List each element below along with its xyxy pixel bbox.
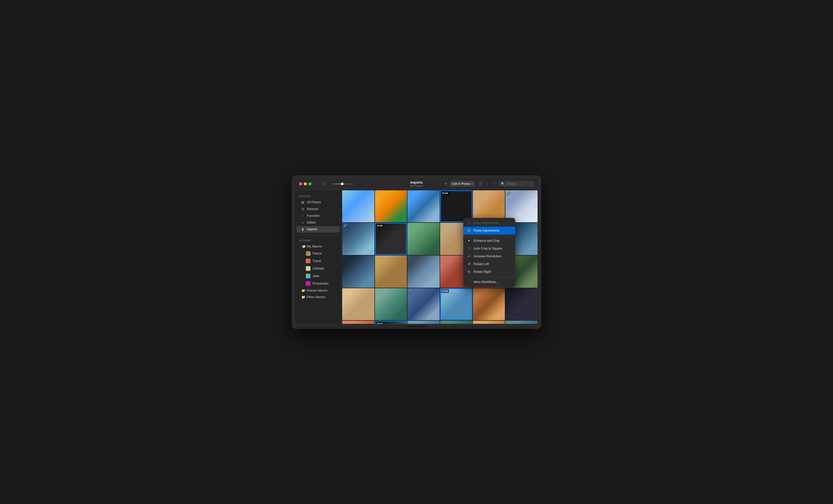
sidebar-all-photos-label: All Photos [307, 200, 321, 204]
back-button[interactable]: ‹ [316, 180, 319, 187]
photo-cell-30[interactable] [505, 321, 538, 324]
fullscreen-button[interactable] [308, 182, 312, 185]
edit-photos-button[interactable]: Edit 4 Photos ▾ [450, 181, 475, 187]
resolution-icon: ⤢ [467, 254, 471, 258]
lifestyle-label: Lifestyle [313, 267, 324, 270]
auto-crop-label: Auto Crop to Square [474, 247, 502, 250]
favorite-button[interactable]: ♡ [491, 181, 497, 187]
photo-cell-29[interactable] [473, 321, 505, 324]
photomator-album-thumb [306, 281, 310, 286]
photo-cell-4[interactable]: RAW [440, 190, 472, 223]
photo-cell-14[interactable] [375, 255, 407, 288]
subtitle-text: 40 Photos [410, 184, 423, 187]
chevron-right-icon-2: › [300, 296, 300, 298]
photo-cell-3[interactable] [407, 190, 439, 223]
zoom-plus-button[interactable]: + [351, 182, 353, 186]
auto-crop-icon: ⬚ [467, 246, 471, 251]
paste-adjustments-item[interactable]: ⿻ Paste Adjustments [463, 227, 515, 234]
copy-icon: ⿻ [467, 221, 471, 225]
sidebar-item-recents[interactable]: ⊙ Recents [296, 206, 340, 212]
photo-cell-23[interactable] [473, 288, 505, 321]
other-albums-header[interactable]: › 📁 Other Albums [296, 294, 340, 300]
photo-cell-28[interactable] [440, 321, 472, 324]
photo-cell-22[interactable]: RAW [440, 288, 472, 321]
sidebar-imports-label: Imports [307, 227, 317, 231]
rotate-right-item[interactable]: ↻ Rotate Right [463, 268, 515, 276]
photo-cell-20[interactable] [375, 288, 407, 321]
info-button[interactable]: ⓘ [478, 180, 483, 187]
menu-separator-1 [463, 235, 515, 236]
edit-photos-label: Edit 4 Photos [452, 182, 471, 186]
my-albums-header[interactable]: ▾ 📁 My Albums [296, 243, 340, 250]
rotate-right-label: Rotate Right [474, 270, 491, 274]
search-input[interactable] [506, 182, 532, 186]
enhance-crop-label: Enhance and Crop [474, 239, 500, 243]
zoom-slider[interactable] [334, 183, 350, 184]
sidebar-item-lifestyle[interactable]: Lifestyle [296, 265, 340, 272]
enhance-crop-item[interactable]: ✦ Enhance and Crop [463, 237, 515, 245]
nature-album-thumb [306, 251, 310, 256]
heart-icon: ♡ [301, 214, 305, 218]
paste-adjustments-label: Paste Adjustments [474, 229, 499, 232]
jade-album-thumb [306, 274, 310, 278]
photo-cell-5[interactable] [473, 190, 505, 223]
add-button[interactable]: + [445, 181, 447, 187]
photo-cell-6[interactable]: 🔗 [505, 190, 538, 223]
photo-cell-27[interactable] [407, 321, 439, 324]
sidebar-item-nature[interactable]: Nature [296, 250, 340, 257]
photo-cell-19[interactable] [342, 288, 374, 321]
share-button[interactable]: ↑ [485, 181, 489, 187]
sidebar-item-travel[interactable]: Travel [296, 257, 340, 264]
chevron-right-icon: › [300, 289, 300, 292]
photo-cell-24[interactable] [505, 288, 538, 321]
sidebar-item-all-photos[interactable]: ⊞ All Photos [296, 199, 340, 206]
import-icon: ⬇ [301, 227, 305, 231]
titlebar-right-controls: + Edit 4 Photos ▾ ⓘ ↑ ♡ 🔍 [445, 180, 534, 187]
copy-adjustments-item[interactable]: ⿻ Copy Adjustments [463, 219, 515, 227]
chevron-down-icon: ▾ [472, 182, 473, 185]
paste-icon: ⿻ [467, 228, 471, 233]
auto-crop-item[interactable]: ⬚ Auto Crop to Square [463, 245, 515, 252]
minimize-button[interactable] [304, 182, 307, 185]
photo-cell-21[interactable]: 🔗 [407, 288, 439, 321]
photo-cell-26[interactable]: RAW [375, 321, 407, 324]
my-albums-label: My Albums [307, 245, 322, 248]
photo-cell-1[interactable] [342, 190, 374, 223]
shared-albums-header[interactable]: › 📁 Shared Albums [296, 287, 340, 294]
increase-resolution-item[interactable]: ⤢ Increase Resolution [463, 252, 515, 260]
sidebar-recents-label: Recents [307, 207, 318, 211]
photos-section-label: Photos [295, 193, 341, 199]
photos-grid-icon: ⊞ [301, 200, 305, 204]
zoom-minus-button[interactable]: − [331, 182, 333, 186]
more-workflows-item[interactable]: More Workflows… [463, 278, 515, 286]
enhance-icon: ✦ [467, 238, 471, 243]
sidebar-item-imports[interactable]: ⬇ Imports [296, 226, 340, 233]
lifestyle-album-thumb [306, 266, 310, 271]
sidebar-item-jade[interactable]: Jade [296, 272, 340, 280]
camera-notch [415, 179, 418, 181]
search-icon: 🔍 [501, 182, 505, 186]
nature-label: Nature [313, 252, 322, 255]
jade-label: Jade [313, 274, 319, 278]
rotate-left-item[interactable]: ↺ Rotate Left [463, 260, 515, 268]
photo-cell-25[interactable] [342, 321, 374, 324]
photo-cell-9[interactable] [407, 223, 439, 255]
travel-album-thumb [306, 259, 310, 263]
close-button[interactable] [299, 182, 302, 185]
main-area: Photos ⊞ All Photos ⊙ Recents ♡ Favorite… [295, 190, 538, 324]
photo-cell-7[interactable]: 🔗 [342, 223, 374, 255]
sidebar-divider [295, 235, 341, 235]
sidebar-item-edited[interactable]: ✓ Edited [296, 220, 340, 226]
photo-grid-container[interactable]: RAW🔗🔗RAW🔗🔗RAWRAW🔗🔗 ⿻ Copy Adjustments ⿻ … [342, 190, 538, 324]
search-box[interactable]: 🔍 [499, 181, 534, 187]
clock-icon: ⊙ [301, 207, 305, 211]
photo-cell-2[interactable] [375, 190, 407, 223]
sidebar-item-photomator[interactable]: Photomator [296, 280, 340, 287]
sidebar-item-favorites[interactable]: ♡ Favorites [296, 213, 340, 219]
photo-cell-15[interactable] [407, 255, 439, 288]
crop-icon[interactable]: ⬡ [321, 180, 327, 187]
more-workflows-label: More Workflows… [474, 280, 499, 284]
photo-cell-8[interactable]: RAW [375, 223, 407, 255]
sidebar-edited-label: Edited [307, 221, 316, 224]
photo-cell-13[interactable] [342, 255, 374, 288]
